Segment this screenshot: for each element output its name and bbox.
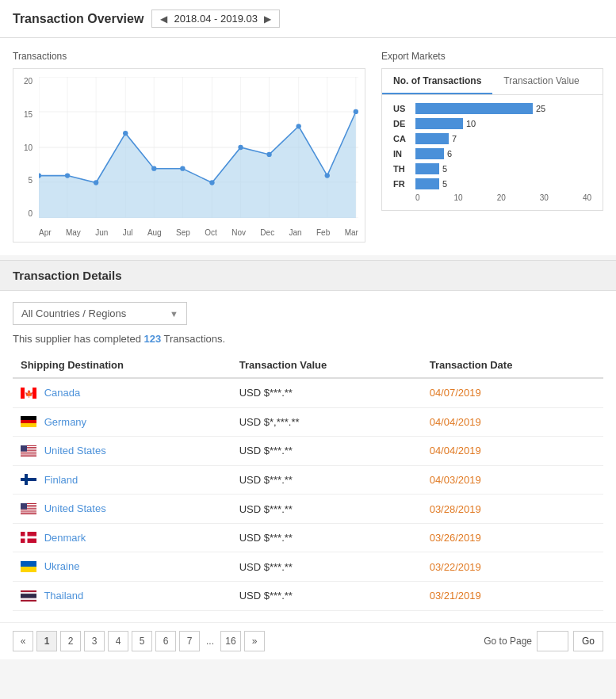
col-destination: Shipping Destination bbox=[13, 353, 231, 378]
svg-rect-44 bbox=[21, 445, 27, 452]
prev-date-btn[interactable]: ◀ bbox=[159, 13, 169, 25]
svg-rect-32 bbox=[33, 388, 36, 399]
svg-rect-43 bbox=[21, 454, 36, 455]
filter-label: All Countries / Regions bbox=[21, 307, 126, 319]
em-row-in: IN 6 bbox=[393, 148, 591, 159]
bar-de bbox=[415, 118, 463, 129]
country-name: United States bbox=[44, 502, 106, 514]
em-row-us: US 25 bbox=[393, 103, 591, 114]
txn-value: USD $***.** bbox=[231, 581, 422, 610]
svg-point-21 bbox=[123, 131, 128, 136]
date-range: 2018.04 - 2019.03 bbox=[174, 13, 258, 25]
tab-no-transactions[interactable]: No. of Transactions bbox=[382, 69, 492, 94]
page-btn-3[interactable]: 3 bbox=[84, 631, 105, 651]
svg-point-22 bbox=[151, 166, 156, 171]
export-markets-panel: No. of Transactions Transaction Value US… bbox=[381, 68, 603, 211]
svg-rect-58 bbox=[25, 532, 28, 543]
table-row: Germany USD $*,***.** 04/04/2019 bbox=[13, 407, 603, 437]
table-row: United States USD $***.** 04/04/2019 bbox=[13, 437, 603, 466]
flag-ua bbox=[21, 561, 36, 572]
em-x-axis: 0 10 20 30 40 bbox=[393, 193, 591, 202]
txn-date: 03/28/2019 bbox=[422, 495, 603, 524]
svg-point-19 bbox=[65, 173, 70, 178]
x-axis: Apr May Jun Jul Aug Sep Oct Nov Dec Jan … bbox=[39, 228, 358, 237]
txn-date: 03/26/2019 bbox=[422, 523, 603, 552]
txn-date: 04/04/2019 bbox=[422, 437, 603, 466]
col-value: Transaction Value bbox=[231, 353, 422, 378]
bar-us bbox=[415, 103, 533, 114]
table-row: 🍁 Canada USD $***.** 04/07/2019 bbox=[13, 378, 603, 407]
details-header: Transaction Details bbox=[0, 260, 616, 291]
pagination: « 1 2 3 4 5 6 7 ... 16 » Go to Page Go bbox=[0, 622, 616, 659]
export-markets-label: Export Markets bbox=[381, 51, 603, 62]
pagination-ellipsis: ... bbox=[203, 636, 217, 647]
svg-point-26 bbox=[266, 152, 271, 157]
country-name: Germany bbox=[44, 416, 86, 428]
tab-transaction-value[interactable]: Transaction Value bbox=[492, 69, 590, 94]
txn-value: USD $***.** bbox=[231, 552, 422, 582]
svg-rect-60 bbox=[21, 567, 36, 572]
flag-th bbox=[21, 590, 36, 602]
flag-dk bbox=[21, 532, 36, 543]
svg-text:🍁: 🍁 bbox=[25, 389, 34, 399]
goto-btn[interactable]: Go bbox=[573, 631, 603, 651]
line-chart-svg bbox=[39, 77, 358, 218]
transactions-table: Shipping Destination Transaction Value T… bbox=[13, 353, 603, 611]
page-btn-1[interactable]: 1 bbox=[36, 631, 57, 651]
bar-th bbox=[415, 163, 439, 174]
transaction-count: 123 bbox=[143, 333, 161, 345]
txn-value: USD $*,***.** bbox=[231, 407, 422, 437]
transactions-label: Transactions bbox=[13, 51, 365, 62]
txn-date: 03/21/2019 bbox=[422, 581, 603, 610]
page-btn-5[interactable]: 5 bbox=[132, 631, 152, 651]
country-filter-dropdown[interactable]: All Countries / Regions ▼ bbox=[13, 302, 187, 325]
table-row: Ukraine USD $***.** 03/22/2019 bbox=[13, 552, 603, 582]
txn-value: USD $***.** bbox=[231, 465, 422, 495]
svg-rect-63 bbox=[21, 594, 36, 598]
svg-rect-64 bbox=[21, 598, 36, 599]
em-row-th: TH 5 bbox=[393, 163, 591, 174]
last-page-btn[interactable]: » bbox=[244, 631, 265, 651]
txn-value: USD $***.** bbox=[231, 495, 422, 524]
svg-rect-47 bbox=[25, 474, 28, 485]
bar-fr bbox=[415, 178, 439, 189]
svg-point-28 bbox=[325, 173, 330, 178]
page-btn-6[interactable]: 6 bbox=[155, 631, 176, 651]
svg-rect-46 bbox=[21, 478, 36, 481]
export-markets: Export Markets No. of Transactions Trans… bbox=[381, 51, 603, 243]
txn-value: USD $***.** bbox=[231, 523, 422, 552]
svg-rect-57 bbox=[21, 537, 36, 539]
page-btn-7[interactable]: 7 bbox=[179, 631, 200, 651]
page-btn-16[interactable]: 16 bbox=[220, 631, 241, 651]
transactions-chart: Transactions 0 5 10 15 20 bbox=[13, 51, 365, 243]
country-name: Finland bbox=[44, 474, 78, 486]
svg-point-20 bbox=[94, 180, 98, 185]
page-header: Transaction Overview ◀ 2018.04 - 2019.03… bbox=[0, 0, 616, 38]
country-name: Ukraine bbox=[44, 560, 80, 572]
svg-rect-42 bbox=[21, 453, 36, 453]
next-date-btn[interactable]: ▶ bbox=[262, 13, 273, 25]
goto-input[interactable] bbox=[537, 631, 568, 651]
bar-in bbox=[415, 148, 444, 159]
svg-rect-34 bbox=[21, 416, 36, 420]
svg-rect-62 bbox=[21, 592, 36, 594]
table-row: Finland USD $***.** 04/03/2019 bbox=[13, 465, 603, 495]
txn-date: 04/04/2019 bbox=[422, 407, 603, 437]
svg-rect-55 bbox=[21, 503, 27, 510]
page-btn-4[interactable]: 4 bbox=[108, 631, 128, 651]
svg-rect-35 bbox=[21, 420, 36, 423]
em-body: US 25 DE 10 CA bbox=[382, 95, 603, 210]
svg-point-23 bbox=[180, 166, 185, 171]
svg-point-25 bbox=[238, 145, 243, 150]
summary-text: This supplier has completed 123 Transact… bbox=[13, 333, 603, 345]
country-name: United States bbox=[44, 445, 106, 456]
details-body: All Countries / Regions ▼ This supplier … bbox=[0, 291, 616, 622]
goto-section: Go to Page Go bbox=[484, 631, 603, 651]
flag-ca: 🍁 bbox=[21, 388, 36, 399]
table-header-row: Shipping Destination Transaction Value T… bbox=[13, 353, 603, 378]
page-btn-2[interactable]: 2 bbox=[60, 631, 81, 651]
svg-point-27 bbox=[297, 124, 301, 128]
txn-date: 04/03/2019 bbox=[422, 465, 603, 495]
flag-fi bbox=[21, 474, 36, 485]
first-page-btn[interactable]: « bbox=[13, 631, 33, 651]
